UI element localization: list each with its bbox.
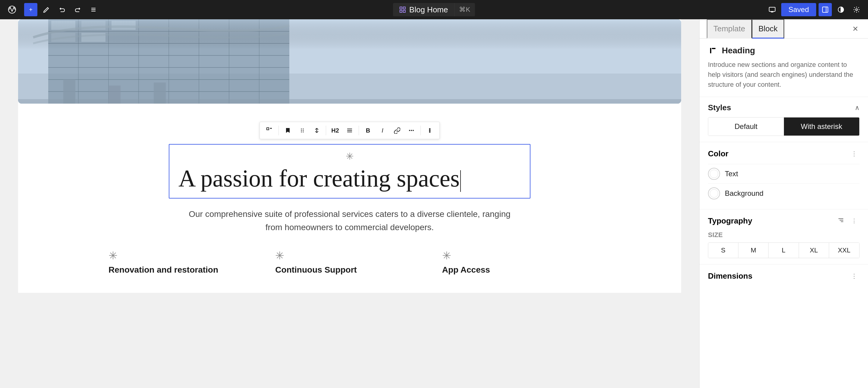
size-m-button[interactable]: M bbox=[738, 243, 769, 258]
size-xxl-button[interactable]: XXL bbox=[829, 243, 859, 258]
typography-controls: ⋮ bbox=[835, 216, 860, 226]
svg-point-0 bbox=[8, 6, 16, 13]
edit-button[interactable] bbox=[40, 3, 53, 16]
right-panel: Template Block ✕ Heading Introduce new bbox=[699, 19, 868, 388]
styles-section-title: Styles bbox=[708, 103, 731, 112]
wp-logo bbox=[5, 2, 19, 17]
svg-point-53 bbox=[412, 130, 414, 131]
tab-block[interactable]: Block bbox=[752, 19, 784, 38]
toolbar-divider-3 bbox=[359, 126, 359, 135]
typography-title: Typography bbox=[708, 216, 752, 226]
panel-close-button[interactable]: ✕ bbox=[850, 24, 861, 34]
service-title-1: Renovation and restoration bbox=[108, 265, 218, 275]
size-xl-button[interactable]: XL bbox=[799, 243, 829, 258]
svg-rect-40 bbox=[18, 99, 681, 104]
drag-button[interactable] bbox=[296, 124, 309, 137]
link-button[interactable] bbox=[390, 124, 404, 137]
dimensions-section: Dimensions ⋮ bbox=[700, 264, 868, 287]
heading-level-button[interactable]: H2 bbox=[329, 124, 342, 137]
more-options-button-2[interactable] bbox=[423, 124, 436, 137]
block-description: Introduce new sections and organize cont… bbox=[708, 60, 860, 90]
bold-button[interactable]: B bbox=[361, 124, 375, 137]
svg-rect-58 bbox=[712, 48, 715, 49]
styles-section-toggle[interactable]: ∧ bbox=[855, 104, 860, 112]
list-view-button[interactable] bbox=[87, 3, 100, 16]
text-color-swatch[interactable] bbox=[708, 168, 720, 180]
block-info: Heading Introduce new sections and organ… bbox=[700, 38, 868, 97]
svg-point-14 bbox=[856, 9, 858, 10]
service-asterisk-1: ✳ bbox=[108, 250, 118, 262]
svg-rect-4 bbox=[400, 7, 402, 9]
svg-point-47 bbox=[303, 132, 304, 133]
bg-color-label: Background bbox=[725, 189, 764, 198]
toolbar-divider-2 bbox=[326, 126, 326, 135]
sidebar-toggle-button[interactable] bbox=[818, 3, 832, 16]
styles-section: Styles ∧ Default With asterisk bbox=[700, 97, 868, 142]
hero-image bbox=[18, 19, 681, 104]
block-info-header: Heading bbox=[708, 46, 860, 56]
tab-template[interactable]: Template bbox=[707, 19, 752, 38]
italic-button[interactable]: I bbox=[376, 124, 389, 137]
typography-menu-button[interactable]: ⋮ bbox=[849, 216, 860, 226]
svg-point-42 bbox=[301, 129, 302, 130]
typography-header: Typography ⋮ bbox=[708, 216, 860, 226]
svg-point-56 bbox=[430, 132, 430, 133]
align-button[interactable] bbox=[343, 124, 356, 137]
svg-point-52 bbox=[411, 130, 412, 131]
content-section: H2 B I bbox=[18, 104, 681, 293]
canvas-inner: H2 B I bbox=[18, 19, 681, 293]
size-label: SIZE bbox=[708, 231, 723, 239]
more-options-button[interactable] bbox=[405, 124, 418, 137]
color-bg-row: Background bbox=[708, 184, 860, 203]
transform-button[interactable] bbox=[263, 124, 276, 137]
color-text-row: Text bbox=[708, 164, 860, 184]
block-icon bbox=[708, 46, 718, 56]
service-title-3: App Access bbox=[442, 265, 490, 275]
svg-rect-5 bbox=[403, 7, 405, 9]
topbar-right: Saved bbox=[766, 3, 863, 16]
svg-point-44 bbox=[301, 130, 302, 131]
panel-header: Template Block ✕ bbox=[700, 19, 868, 38]
dimensions-header: Dimensions ⋮ bbox=[708, 270, 860, 281]
dimensions-title: Dimensions bbox=[708, 271, 752, 281]
style-default-button[interactable]: Default bbox=[708, 118, 784, 135]
style-buttons: Default With asterisk bbox=[708, 117, 860, 136]
bookmark-button[interactable] bbox=[281, 124, 294, 137]
dimensions-menu-button[interactable]: ⋮ bbox=[849, 270, 860, 281]
svg-point-51 bbox=[409, 130, 410, 131]
size-s-button[interactable]: S bbox=[708, 243, 738, 258]
svg-point-54 bbox=[430, 129, 430, 130]
svg-rect-57 bbox=[710, 48, 711, 53]
service-asterisk-2: ✳ bbox=[275, 250, 284, 262]
settings-button[interactable] bbox=[850, 3, 863, 16]
typography-section: Typography ⋮ SIZE S bbox=[700, 209, 868, 264]
contrast-button[interactable] bbox=[834, 3, 847, 16]
topbar: + Blog Home bbox=[0, 0, 868, 19]
text-color-label: Text bbox=[725, 170, 738, 178]
heading-text[interactable]: A passion for creating spaces bbox=[179, 165, 521, 192]
undo-button[interactable] bbox=[56, 3, 69, 16]
add-button[interactable]: + bbox=[24, 3, 37, 16]
blog-home-button[interactable]: Blog Home bbox=[393, 3, 454, 16]
canvas: H2 B I bbox=[0, 19, 699, 388]
topbar-center: Blog Home ⌘K bbox=[393, 3, 475, 16]
move-updown-button[interactable] bbox=[310, 124, 323, 137]
style-asterisk-button[interactable]: With asterisk bbox=[784, 118, 860, 135]
svg-point-43 bbox=[303, 129, 304, 130]
floating-toolbar: H2 B I bbox=[259, 122, 440, 139]
heading-block[interactable]: ✳ A passion for creating spaces bbox=[169, 144, 530, 198]
svg-point-45 bbox=[303, 130, 304, 131]
svg-rect-11 bbox=[823, 7, 828, 12]
redo-button[interactable] bbox=[71, 3, 84, 16]
saved-button[interactable]: Saved bbox=[781, 3, 816, 16]
typography-filter-button[interactable] bbox=[835, 216, 846, 226]
svg-rect-8 bbox=[769, 7, 775, 11]
bg-color-swatch[interactable] bbox=[708, 187, 720, 199]
styles-section-header: Styles ∧ bbox=[708, 103, 860, 112]
services-row: ✳ Renovation and restoration ✳ Continuou… bbox=[108, 250, 591, 275]
service-item-2: ✳ Continuous Support bbox=[275, 250, 424, 275]
color-menu-button[interactable]: ⋮ bbox=[849, 148, 860, 159]
toolbar-divider-4 bbox=[421, 126, 421, 135]
desktop-view-button[interactable] bbox=[766, 3, 779, 16]
size-l-button[interactable]: L bbox=[769, 243, 799, 258]
